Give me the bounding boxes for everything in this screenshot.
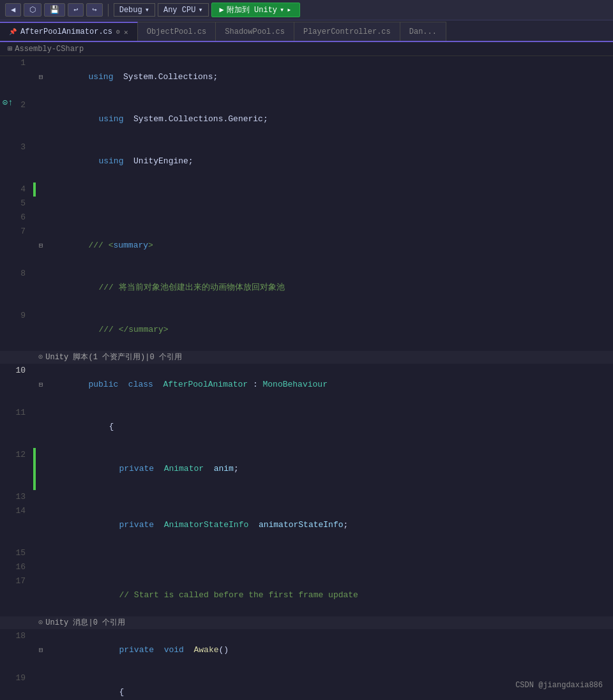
toolbar-redo[interactable]: ↪	[86, 3, 102, 17]
run-extra: ▸	[287, 5, 291, 15]
editor: 1 ⊟ using System.Collections; 2 using Sy…	[0, 56, 613, 699]
code-line-12: 12 private Animator anim;	[0, 448, 613, 490]
debug-arrow: ▾	[145, 5, 149, 15]
code-line-16: 16	[0, 560, 613, 574]
toolbar-back[interactable]: ◀	[5, 3, 21, 17]
tab-afterpoolanimator[interactable]: 📌 AfterPoolAnimator.cs ⚙ ✕	[0, 22, 138, 41]
tab-label-2: ObjectPool.cs	[147, 27, 207, 36]
tab-label-1: AfterPoolAnimator.cs	[20, 27, 112, 36]
debug-label: Debug	[119, 6, 142, 15]
toolbar: ◀ ⬡ 💾 ↩ ↪ Debug ▾ Any CPU ▾ ▶ 附加到 Unity …	[0, 0, 613, 20]
code-line-9: 9 /// </summary>	[0, 309, 613, 351]
run-button[interactable]: ▶ 附加到 Unity ▾ ▸	[211, 3, 300, 17]
code-line-15: 15	[0, 546, 613, 560]
tab-objectpool[interactable]: ObjectPool.cs	[138, 22, 216, 41]
toolbar-undo[interactable]: ↩	[68, 3, 84, 17]
cpu-label: Any CPU	[163, 6, 195, 15]
info-unity-msg-1: ⊙ Unity 消息|0 个引用	[0, 616, 613, 629]
info-text-1: Unity 脚本(1 个资产引用)|0 个引用	[45, 351, 182, 364]
tab-shadowpool[interactable]: ShadowPool.cs	[216, 22, 294, 41]
code-line-14: 14 private AnimatorStateInfo animatorSta…	[0, 504, 613, 546]
unity-icon-2: ⊙	[38, 616, 43, 629]
breadcrumb: ⊞ Assembly-CSharp	[0, 42, 613, 56]
cpu-dropdown[interactable]: Any CPU ▾	[158, 3, 209, 17]
code-line-8: 8 /// 将当前对象池创建出来的动画物体放回对象池	[0, 267, 613, 309]
tab-dan[interactable]: Dan...	[400, 22, 446, 41]
code-line-5: 5	[0, 197, 613, 211]
code-line-10: 10 ⊟ public class AfterPoolAnimator : Mo…	[0, 364, 613, 406]
breadcrumb-icon: ⊞	[8, 44, 12, 54]
tabbar: 📌 AfterPoolAnimator.cs ⚙ ✕ ObjectPool.cs…	[0, 20, 613, 42]
debug-dropdown[interactable]: Debug ▾	[114, 3, 155, 17]
unity-icon: ⊙	[38, 351, 43, 364]
breadcrumb-text: Assembly-CSharp	[15, 45, 84, 54]
cpu-arrow: ▾	[198, 5, 202, 15]
code-line-11: 11 {	[0, 406, 613, 448]
separator1	[108, 4, 109, 17]
code-line-4: 4	[0, 182, 613, 197]
tab-close-1[interactable]: ✕	[124, 28, 128, 36]
code-line-17: 17 // Start is called before the first f…	[0, 574, 613, 616]
run-icon: ▶	[220, 5, 224, 15]
info-text-2: Unity 消息|0 个引用	[45, 616, 125, 629]
code-line-3: 3 using UnityEngine;	[0, 140, 613, 182]
code-line-1: 1 ⊟ using System.Collections;	[0, 56, 613, 98]
tab-label-5: Dan...	[409, 27, 437, 36]
run-label: 附加到 Unity	[227, 4, 277, 15]
code-line-13: 13	[0, 490, 613, 504]
code-line-6: 6	[0, 211, 613, 225]
info-unity-assets: ⊙ Unity 脚本(1 个资产引用)|0 个引用	[0, 351, 613, 364]
scroll-indicator[interactable]: ⊙↑	[0, 97, 15, 108]
code-line-2: 2 using System.Collections.Generic;	[0, 98, 613, 140]
tab-label-4: PlayerController.cs	[303, 27, 391, 36]
tab-modified-icon: ⚙	[116, 28, 120, 36]
tab-label-3: ShadowPool.cs	[225, 27, 285, 36]
watermark: CSDN @jiangdaxia886	[515, 681, 603, 690]
tab-playercontroller[interactable]: PlayerController.cs	[294, 22, 400, 41]
toolbar-forward[interactable]: ⬡	[24, 3, 42, 17]
tab-pin-icon: 📌	[9, 28, 17, 36]
code-line-18: 18 ⊟ private void Awake()	[0, 629, 613, 671]
code-line-7: 7 ⊟ /// <summary>	[0, 225, 613, 267]
run-dropdown-arrow: ▾	[280, 5, 284, 15]
code-area[interactable]: 1 ⊟ using System.Collections; 2 using Sy…	[0, 56, 613, 699]
toolbar-save[interactable]: 💾	[44, 3, 65, 17]
